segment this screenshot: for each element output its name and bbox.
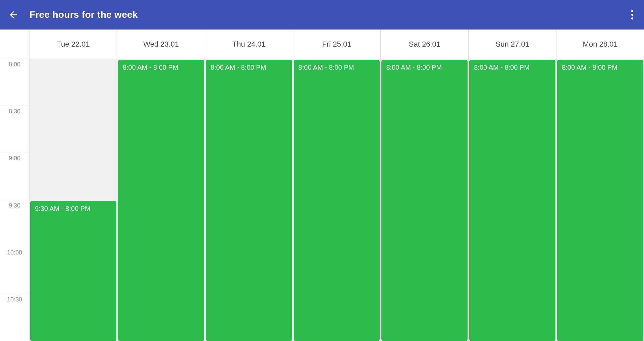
tue-avail-block[interactable]: 9:30 AM - 8:00 PM [30, 201, 116, 341]
wed-avail-block[interactable]: 8:00 AM - 8:00 PM [118, 60, 204, 341]
header-left: Free hours for the week [8, 9, 138, 20]
fri-avail-block[interactable]: 8:00 AM - 8:00 PM [294, 60, 380, 341]
tue-empty-top [30, 59, 117, 200]
time-slot-930: 9:30 [0, 200, 29, 247]
time-slot-1030: 10:30 [0, 294, 29, 341]
day-col-fri[interactable]: 8:00 AM - 8:00 PM [293, 59, 381, 341]
mon-avail-block[interactable]: 8:00 AM - 8:00 PM [557, 60, 643, 341]
time-slot-900: 9:00 [0, 153, 29, 200]
day-headers-row: Tue 22.01 Wed 23.01 Thu 24.01 Fri 25.01 … [0, 30, 644, 59]
back-button[interactable] [8, 9, 19, 20]
day-header-sat: Sat 26.01 [381, 30, 469, 59]
day-col-tue[interactable]: 9:30 AM - 8:00 PM [30, 59, 117, 341]
time-slot-1000: 10:00 [0, 247, 29, 294]
calendar-body: 8:00 8:30 9:00 9:30 10:00 10:30 9:30 AM … [0, 59, 644, 341]
day-col-wed[interactable]: 8:00 AM - 8:00 PM [117, 59, 205, 341]
days-grid: 9:30 AM - 8:00 PM 8:00 AM - 8:00 PM 8:00… [30, 59, 644, 341]
calendar: Tue 22.01 Wed 23.01 Thu 24.01 Fri 25.01 … [0, 30, 644, 341]
day-header-tue: Tue 22.01 [30, 30, 117, 59]
day-header-sun: Sun 27.01 [469, 30, 556, 59]
sat-avail-block[interactable]: 8:00 AM - 8:00 PM [381, 60, 468, 341]
day-col-sat[interactable]: 8:00 AM - 8:00 PM [381, 59, 469, 341]
day-header-thu: Thu 24.01 [205, 30, 293, 59]
time-col-header [0, 30, 30, 59]
day-header-wed: Wed 23.01 [117, 30, 205, 59]
day-col-thu[interactable]: 8:00 AM - 8:00 PM [205, 59, 293, 341]
day-col-mon[interactable]: 8:00 AM - 8:00 PM [556, 59, 644, 341]
more-options-button[interactable] [629, 7, 636, 22]
dot3 [631, 17, 633, 19]
thu-avail-block[interactable]: 8:00 AM - 8:00 PM [206, 60, 292, 341]
app-header: Free hours for the week [0, 0, 644, 30]
time-slot-830: 8:30 [0, 106, 29, 153]
time-slot-800: 8:00 [0, 59, 29, 106]
sun-avail-block[interactable]: 8:00 AM - 8:00 PM [469, 60, 555, 341]
dot1 [631, 10, 633, 12]
day-header-fri: Fri 25.01 [293, 30, 381, 59]
dot2 [631, 14, 633, 16]
day-col-sun[interactable]: 8:00 AM - 8:00 PM [469, 59, 556, 341]
page-title: Free hours for the week [30, 9, 138, 20]
day-header-mon: Mon 28.01 [556, 30, 644, 59]
time-column: 8:00 8:30 9:00 9:30 10:00 10:30 [0, 59, 30, 341]
